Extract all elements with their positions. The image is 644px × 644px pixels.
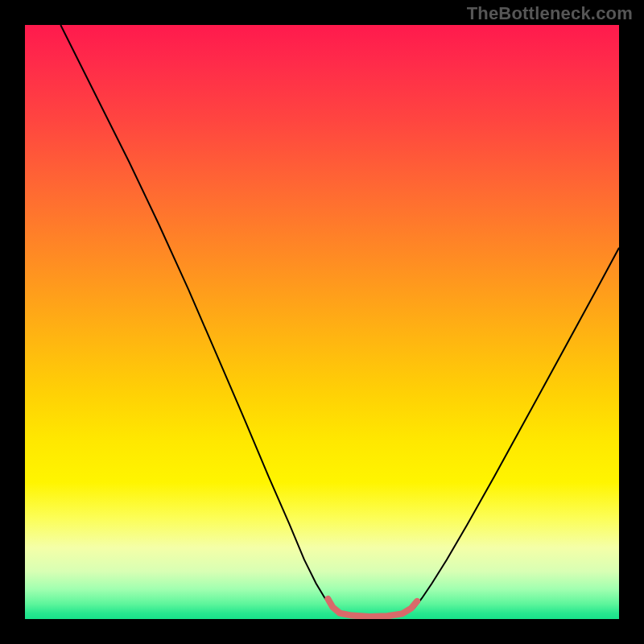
watermark-text: TheBottleneck.com (467, 3, 633, 24)
curve-layer (25, 25, 619, 619)
curve-right-branch (414, 248, 619, 609)
plot-area (25, 25, 619, 619)
chart-frame: TheBottleneck.com (0, 0, 644, 644)
curve-valley-floor (328, 599, 417, 617)
curve-left-branch (60, 25, 334, 609)
